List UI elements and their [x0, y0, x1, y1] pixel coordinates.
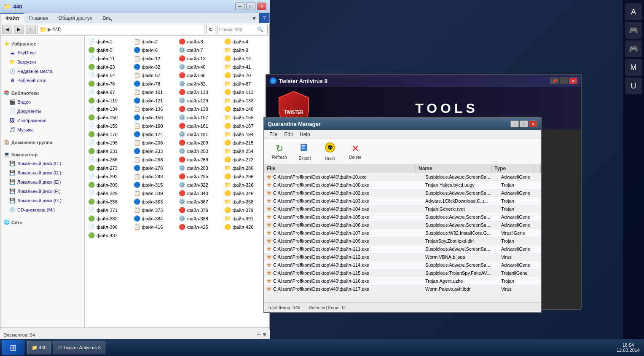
list-item[interactable]: 🔴файл-269	[177, 155, 223, 164]
list-item[interactable]: 🔵файл-121	[132, 96, 177, 105]
list-item[interactable]: ⚙️файл-388	[177, 214, 223, 223]
list-item[interactable]: 🔵файл-363	[132, 198, 177, 206]
list-item[interactable]: 🟡файл-113	[223, 88, 268, 96]
col-header-name[interactable]: Name	[416, 164, 492, 173]
list-item[interactable]: 🔵файл-156	[132, 113, 177, 122]
sidebar-item-f[interactable]: 💾 Локальный диск (F:)	[0, 187, 84, 196]
quarantine-minimize-button[interactable]: ─	[510, 120, 519, 127]
table-row[interactable]: ☢ C:\Users\Proffkom\Desktop\440\файл-115…	[264, 269, 541, 277]
list-item[interactable]: 📁файл-368	[223, 198, 268, 206]
list-item[interactable]: 📄файл-97	[86, 88, 132, 96]
list-item[interactable]: ⚙️файл-322	[177, 181, 223, 189]
list-item[interactable]: 📄файл-11	[86, 54, 132, 63]
tab-home[interactable]: Главная	[24, 13, 54, 23]
search-input[interactable]	[219, 27, 257, 32]
list-item[interactable]: ⚙️файл-82	[177, 80, 223, 88]
start-button[interactable]: ⊞	[2, 340, 24, 355]
taskbar-antivirus[interactable]: 🛡 Twister Antivirus 8	[53, 341, 105, 354]
explorer-maximize-button[interactable]: □	[246, 3, 255, 10]
export-button[interactable]: Export	[293, 141, 317, 163]
list-item[interactable]: 📄файл-266	[86, 155, 132, 164]
quarantine-table-body[interactable]: ☢ C:\Users\Proffkom\Desktop\440\файл-10.…	[264, 173, 541, 302]
list-item[interactable]: 🟢файл-76	[86, 80, 132, 88]
list-item[interactable]: 🔴файл-425	[177, 223, 223, 231]
list-item[interactable]: 🟡файл-426	[223, 223, 268, 231]
list-item[interactable]: 🟢файл-119	[86, 96, 132, 105]
list-item[interactable]: 📁файл-9	[223, 46, 268, 54]
list-item[interactable]: 📄файл-396	[86, 223, 132, 231]
list-item[interactable]: 📋файл-268	[132, 155, 177, 164]
list-item[interactable]: 📄файл-54	[86, 71, 132, 80]
list-item[interactable]: 🔴файл-340	[177, 189, 223, 198]
list-item[interactable]: 📋файл-160	[132, 122, 177, 130]
view-details-button[interactable]: ☰	[257, 332, 261, 337]
list-item[interactable]: 🟢файл-5	[86, 46, 132, 54]
list-item[interactable]: 📁файл-254	[223, 147, 268, 155]
tab-view[interactable]: Вид	[97, 13, 117, 23]
list-item[interactable]: 🔴файл-68	[177, 71, 223, 80]
table-row[interactable]: ☢ C:\Users\Proffkom\Desktop\440\файл-114…	[264, 261, 541, 269]
table-row[interactable]: ☢ C:\Users\Proffkom\Desktop\440\файл-111…	[264, 245, 541, 253]
list-item[interactable]: 🔴файл-110	[177, 88, 223, 96]
list-item[interactable]: 📋файл-208	[132, 139, 177, 147]
list-item[interactable]: ⚙️файл-250	[177, 147, 223, 155]
list-item[interactable]: 🟡файл-14	[223, 54, 268, 63]
refresh-button[interactable]: ↻ Refresh	[268, 141, 291, 163]
list-item[interactable]: 📋файл-373	[132, 206, 177, 214]
menu-edit[interactable]: Edit	[281, 131, 296, 138]
list-item[interactable]: 📄файл-371	[86, 206, 132, 214]
list-item[interactable]: 🔵файл-315	[132, 181, 177, 189]
right-icon-3[interactable]: 🎮	[625, 40, 642, 57]
twister-pin-button[interactable]: 📌	[550, 78, 559, 84]
sidebar-item-d[interactable]: 💾 Локальный диск (D:)	[0, 168, 84, 177]
list-item[interactable]: 📋файл-339	[132, 189, 177, 198]
sidebar-item-m[interactable]: 💿 CD-дисковод (M:)	[0, 205, 84, 214]
col-header-type[interactable]: Type	[492, 164, 534, 173]
list-item[interactable]: 📋файл-67	[132, 71, 177, 80]
sidebar-item-recent[interactable]: 🕐 Недавние места	[0, 67, 84, 76]
list-item[interactable]: ⚙️файл-367	[177, 198, 223, 206]
list-item[interactable]: 📄файл-198	[86, 139, 132, 147]
tab-file[interactable]: Файл	[0, 13, 24, 23]
list-item[interactable]: 🔵файл-233	[132, 147, 177, 155]
list-item[interactable]: 🔵файл-278	[132, 164, 177, 172]
sidebar-item-video[interactable]: 🎬 Видео	[0, 97, 84, 107]
table-row[interactable]: ☢ C:\Users\Proffkom\Desktop\440\файл-10.…	[264, 173, 541, 181]
table-row[interactable]: ☢ C:\Users\Proffkom\Desktop\440\файл-116…	[264, 277, 541, 285]
forward-button[interactable]: ▶	[14, 25, 24, 34]
list-item[interactable]: 🟡файл-70	[223, 71, 268, 80]
list-item[interactable]: ⚙️файл-283	[177, 164, 223, 172]
table-row[interactable]: ☢ C:\Users\Proffkom\Desktop\440\файл-107…	[264, 229, 541, 237]
list-item[interactable]: ⚙️файл-7	[177, 46, 223, 54]
up-button[interactable]: ↑	[26, 25, 36, 34]
explorer-close-button[interactable]: ✕	[257, 3, 266, 10]
list-item[interactable]: 📄файл-159	[86, 122, 132, 130]
tab-share[interactable]: Общий доступ	[54, 13, 98, 23]
right-icon-5[interactable]: U	[625, 78, 642, 94]
list-item[interactable]: 🔴файл-138	[177, 105, 223, 113]
undo-button[interactable]: ☢ Undo	[318, 141, 342, 163]
list-item[interactable]: 📁файл-326	[223, 181, 268, 189]
sidebar-item-downloads[interactable]: 📁 Загрузки	[0, 57, 84, 67]
view-icons-button[interactable]: ⊞	[263, 332, 266, 337]
list-item[interactable]: 🔴файл-295	[177, 172, 223, 181]
list-item[interactable]: 📋файл-416	[132, 223, 177, 231]
help-button[interactable]: ?	[259, 13, 269, 23]
list-item[interactable]: 🟢файл-382	[86, 214, 132, 223]
twister-close-button[interactable]: ✕	[569, 78, 577, 84]
list-item[interactable]: 🟢файл-273	[86, 164, 132, 172]
explorer-minimize-button[interactable]: ─	[235, 3, 244, 10]
list-item[interactable]: 📄файл-134	[86, 105, 132, 113]
list-item[interactable]: 📁файл-158	[223, 113, 268, 122]
list-item[interactable]: 🟡файл-148	[223, 105, 268, 113]
sidebar-item-desktop[interactable]: 🖥 Рабочий стол	[0, 76, 84, 85]
list-item[interactable]: ⚙️файл-40	[177, 63, 223, 71]
list-item[interactable]: 🟢файл-23	[86, 63, 132, 71]
twister-minimize-button[interactable]: ─	[560, 78, 568, 84]
list-item[interactable]: 📋файл-136	[132, 105, 177, 113]
back-button[interactable]: ◀	[2, 25, 12, 34]
sidebar-item-e[interactable]: 💾 Локальный диск (E:)	[0, 177, 84, 187]
sidebar-item-images[interactable]: 🖼 Изображения	[0, 116, 84, 125]
table-row[interactable]: ☢ C:\Users\Proffkom\Desktop\440\файл-112…	[264, 253, 541, 261]
list-item[interactable]: 🟡файл-215	[223, 139, 268, 147]
